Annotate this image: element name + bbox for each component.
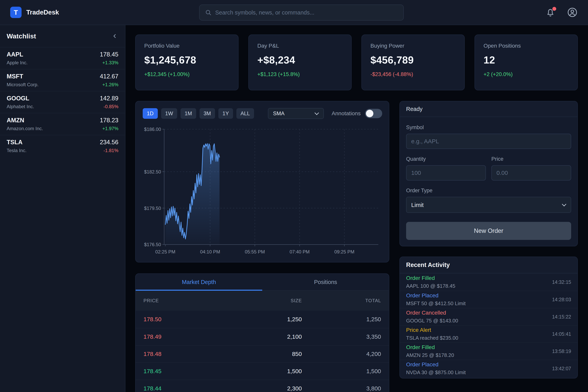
timeframe-button[interactable]: 1M [180, 108, 196, 119]
activity-detail: GOOGL 75 @ $143.00 [406, 318, 458, 324]
watchlist-title: Watchlist [7, 32, 36, 40]
activity-detail: TSLA reached $235.00 [406, 335, 458, 341]
svg-text:$176.50: $176.50 [144, 242, 161, 247]
order-form: Symbol Quantity Price [400, 117, 578, 247]
activity-detail: MSFT 50 @ $412.50 Limit [406, 300, 466, 306]
watchlist-price: 178.23 [100, 117, 118, 124]
depth-total: 4,200 [302, 351, 381, 357]
recent-activity-title: Recent Activity [400, 257, 578, 274]
column-header: PRICE [144, 298, 223, 304]
activity-item: Order Cancelled GOOGL 75 @ $143.00 14:15… [400, 308, 578, 325]
depth-size: 850 [223, 351, 302, 357]
watchlist-price: 234.56 [100, 139, 118, 146]
depth-row[interactable]: 178.50 1,250 1,250 [136, 311, 389, 328]
stats-row: Portfolio Value $1,245,678 +$12,345 (+1.… [135, 34, 578, 90]
depth-price: 178.44 [144, 385, 223, 392]
activity-item: Order Filled AAPL 100 @ $178.45 14:32:15 [400, 274, 578, 291]
watchlist-company: Apple Inc. [7, 60, 28, 66]
quantity-input[interactable] [406, 165, 486, 180]
annotations-label: Annotations [332, 110, 361, 116]
brand: T TradeDesk [10, 7, 59, 18]
depth-tabs: Market Depth Positions [136, 274, 389, 291]
stat-value: $456,789 [370, 54, 456, 66]
recent-activity-card: Recent Activity Order Filled AAPL 100 @ … [400, 256, 578, 378]
watchlist-price: 178.45 [100, 51, 118, 58]
new-order-button[interactable]: New Order [406, 222, 571, 240]
tab-underline [262, 290, 389, 291]
depth-price: 178.49 [144, 334, 223, 340]
svg-text:$186.00: $186.00 [144, 126, 161, 132]
notifications-button[interactable] [545, 7, 556, 18]
watchlist-company: Amazon.com Inc. [7, 126, 43, 131]
activity-type: Order Placed [406, 292, 466, 299]
depth-tab-label: Positions [314, 279, 337, 286]
stat-label: Open Positions [484, 43, 569, 49]
watchlist-item[interactable]: AMZN Amazon.com Inc. 178.23 +1.97% [0, 113, 125, 135]
timeframe-button[interactable]: 1D [143, 108, 158, 119]
watchlist-price: 412.67 [100, 73, 118, 80]
depth-table-body: 178.50 1,250 1,250 178.49 2,100 3,350 17… [136, 311, 389, 392]
activity-time: 14:32:15 [552, 279, 571, 285]
watchlist-item[interactable]: GOOGL Alphabet Inc. 142.89 -0.85% [0, 91, 125, 113]
order-status: Ready [400, 101, 578, 117]
activity-type: Order Cancelled [406, 310, 458, 316]
top-icons [545, 7, 578, 18]
depth-row[interactable]: 178.44 2,300 3,800 [136, 380, 389, 392]
symbol-label: Symbol [406, 124, 571, 130]
watchlist-sidebar: Watchlist AAPL Apple Inc. 178.45 +1.33% … [0, 25, 126, 392]
quantity-label: Quantity [406, 156, 486, 162]
depth-total: 3,800 [302, 385, 381, 392]
collapse-sidebar-button[interactable] [111, 33, 118, 40]
activity-detail: AAPL 100 @ $178.45 [406, 283, 455, 289]
indicator-select[interactable]: SMA [268, 108, 324, 118]
timeframe-button[interactable]: 1Y [218, 108, 233, 119]
watchlist-symbol: TSLA [7, 139, 26, 146]
depth-row[interactable]: 178.48 850 4,200 [136, 345, 389, 362]
user-avatar-button[interactable] [567, 7, 578, 18]
depth-tab[interactable]: Positions [262, 274, 389, 290]
watchlist-symbol: AMZN [7, 117, 43, 124]
watchlist-symbol: GOOGL [7, 95, 34, 102]
depth-row[interactable]: 178.45 1,500 1,500 [136, 362, 389, 380]
stat-value: 12 [484, 54, 569, 66]
depth-row[interactable]: 178.49 2,100 3,350 [136, 328, 389, 345]
svg-text:07:40 PM: 07:40 PM [290, 249, 310, 254]
depth-total: 3,350 [302, 334, 381, 340]
search-input[interactable] [212, 5, 403, 20]
depth-size: 1,500 [223, 368, 302, 374]
order-type-select[interactable]: Limit [406, 197, 571, 212]
activity-type: Order Placed [406, 362, 466, 368]
depth-tab[interactable]: Market Depth [136, 274, 262, 290]
price-chart[interactable]: $186.00$182.50$179.50$176.5002:25 PM04:1… [136, 101, 389, 262]
left-column: 1D 1W 1M 3M 1Y ALL SMA Annotations $186.… [135, 101, 389, 392]
symbol-input[interactable] [406, 134, 571, 149]
top-bar: T TradeDesk [0, 0, 588, 25]
stat-card: Open Positions 12 +2 (+20.0%) [474, 34, 578, 90]
svg-text:04:10 PM: 04:10 PM [200, 249, 220, 254]
search-icon [205, 9, 212, 16]
activity-time: 14:15:22 [552, 314, 571, 320]
stat-card: Day P&L +$8,234 +$1,123 (+15.8%) [248, 34, 352, 90]
annotations-toggle[interactable] [365, 109, 382, 118]
tab-underline [136, 290, 262, 291]
watchlist-item[interactable]: TSLA Tesla Inc. 234.56 -1.81% [0, 135, 125, 157]
price-input[interactable] [491, 165, 571, 180]
svg-text:$179.50: $179.50 [144, 206, 161, 211]
watchlist-change: -0.85% [104, 104, 118, 109]
watchlist-change: +1.26% [102, 82, 118, 88]
timeframe-button[interactable]: 3M [200, 108, 215, 119]
column-header: TOTAL [302, 298, 381, 304]
timeframe-button[interactable]: 1W [161, 108, 178, 119]
svg-text:05:55 PM: 05:55 PM [245, 249, 265, 254]
watchlist-price: 142.89 [100, 95, 118, 102]
depth-total: 1,500 [302, 368, 381, 374]
activity-time: 14:28:03 [552, 297, 571, 302]
watchlist-item[interactable]: MSFT Microsoft Corp. 412.67 +1.26% [0, 69, 125, 91]
timeframe-button[interactable]: ALL [236, 108, 254, 119]
price-label: Price [491, 156, 571, 162]
right-column: Ready Symbol Quantity Price [400, 101, 578, 378]
activity-time: 13:58:19 [552, 348, 571, 354]
activity-type: Price Alert [406, 327, 458, 333]
watchlist-item[interactable]: AAPL Apple Inc. 178.45 +1.33% [0, 47, 125, 69]
search-bar [199, 4, 404, 20]
